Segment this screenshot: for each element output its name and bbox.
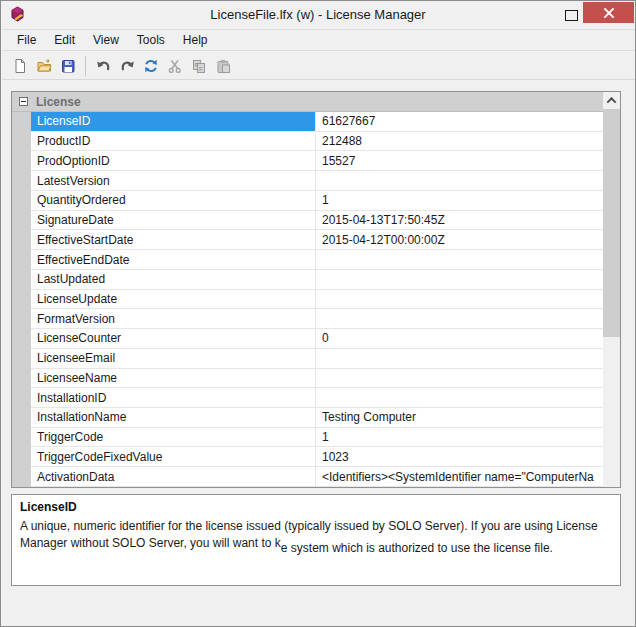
table-row[interactable]: LatestVersion (12, 171, 603, 191)
property-name[interactable]: TriggerCodeFixedValue (31, 447, 316, 467)
property-value[interactable] (316, 270, 603, 290)
cut-button[interactable] (164, 55, 186, 77)
property-name[interactable]: LicenseUpdate (31, 290, 316, 310)
property-name[interactable]: ProdOptionID (31, 151, 316, 171)
minimize-button[interactable] (528, 5, 555, 25)
property-name[interactable]: LicenseCounter (31, 329, 316, 349)
property-value[interactable]: 1023 (316, 447, 603, 467)
new-file-button[interactable] (9, 55, 31, 77)
table-row[interactable]: ActivationData<Identifiers><SystemIdenti… (12, 467, 603, 487)
property-value[interactable] (316, 349, 603, 369)
row-gutter (12, 250, 31, 270)
scrollbar-thumb[interactable] (603, 109, 620, 337)
refresh-button[interactable] (140, 55, 162, 77)
property-value[interactable]: 2015-04-13T17:50:45Z (316, 211, 603, 231)
property-value[interactable]: 15527 (316, 151, 603, 171)
property-value[interactable] (316, 309, 603, 329)
description-line-2: Manager without SOLO Server, you will wa… (20, 535, 612, 552)
property-name[interactable]: LicenseeEmail (31, 349, 316, 369)
property-name[interactable]: LatestVersion (31, 171, 316, 191)
scrollbar-track[interactable] (603, 337, 620, 487)
property-value[interactable] (316, 250, 603, 270)
property-grid: License LicenseID61627667ProductID212488… (11, 91, 621, 488)
close-button[interactable] (583, 2, 634, 23)
property-name[interactable]: SignatureDate (31, 211, 316, 231)
property-name[interactable]: EffectiveStartDate (31, 230, 316, 250)
row-gutter (12, 388, 31, 408)
license-manager-window: LicenseFile.lfx (w) - License Manager Fi… (0, 0, 636, 627)
menu-file[interactable]: File (8, 30, 45, 50)
redo-icon (119, 58, 136, 74)
open-file-icon (36, 58, 52, 74)
open-file-button[interactable] (33, 55, 55, 77)
row-gutter (12, 191, 31, 211)
property-name[interactable]: FormatVersion (31, 309, 316, 329)
table-row[interactable]: FormatVersion (12, 309, 603, 329)
menu-view[interactable]: View (84, 30, 128, 50)
copy-icon: F F (191, 58, 207, 74)
property-value[interactable]: 61627667 (316, 112, 603, 132)
table-row[interactable]: EffectiveEndDate (12, 250, 603, 270)
undo-button[interactable] (92, 55, 114, 77)
row-gutter (12, 230, 31, 250)
property-value[interactable]: <Identifiers><SystemIdentifier name="Com… (316, 467, 603, 487)
table-row[interactable]: InstallationID (12, 388, 603, 408)
group-header-license[interactable]: License (12, 92, 603, 112)
property-name[interactable]: TriggerCode (31, 428, 316, 448)
property-name[interactable]: ActivationData (31, 467, 316, 487)
table-row[interactable]: ProductID212488 (12, 132, 603, 152)
table-row[interactable]: EffectiveStartDate2015-04-12T00:00:00Z (12, 230, 603, 250)
property-name[interactable]: QuantityOrdered (31, 191, 316, 211)
table-row[interactable]: LicenseeName (12, 369, 603, 389)
save-file-icon (60, 58, 76, 74)
table-row[interactable]: LastUpdated (12, 270, 603, 290)
table-row[interactable]: InstallationNameTesting Computer (12, 408, 603, 428)
vertical-scrollbar[interactable] (603, 92, 620, 487)
property-name[interactable]: LicenseID (31, 112, 316, 132)
property-value[interactable] (316, 388, 603, 408)
property-grid-main: License LicenseID61627667ProductID212488… (12, 92, 603, 487)
table-row[interactable]: LicenseID61627667 (12, 112, 603, 132)
maximize-button[interactable] (565, 10, 578, 21)
row-gutter (12, 211, 31, 231)
property-name[interactable]: ProductID (31, 132, 316, 152)
copy-button[interactable]: F F (188, 55, 210, 77)
new-file-icon (12, 58, 28, 74)
table-row[interactable]: LicenseCounter0 (12, 329, 603, 349)
paste-button[interactable] (212, 55, 234, 77)
property-value[interactable] (316, 290, 603, 310)
property-value[interactable]: Testing Computer (316, 408, 603, 428)
row-gutter (12, 408, 31, 428)
property-name[interactable]: InstallationName (31, 408, 316, 428)
undo-icon (95, 58, 112, 74)
property-name[interactable]: InstallationID (31, 388, 316, 408)
row-gutter (12, 329, 31, 349)
table-row[interactable]: LicenseeEmail (12, 349, 603, 369)
toolbar: F F (2, 52, 636, 80)
property-value[interactable]: 2015-04-12T00:00:00Z (316, 230, 603, 250)
property-value[interactable] (316, 171, 603, 191)
property-value[interactable]: 1 (316, 428, 603, 448)
collapse-expander-icon[interactable] (19, 97, 28, 106)
property-value[interactable]: 212488 (316, 132, 603, 152)
save-file-button[interactable] (57, 55, 79, 77)
row-gutter (12, 290, 31, 310)
table-row[interactable]: TriggerCode1 (12, 428, 603, 448)
property-name[interactable]: LastUpdated (31, 270, 316, 290)
property-name[interactable]: EffectiveEndDate (31, 250, 316, 270)
property-value[interactable]: 1 (316, 191, 603, 211)
menu-help[interactable]: Help (174, 30, 217, 50)
table-row[interactable]: TriggerCodeFixedValue1023 (12, 447, 603, 467)
menu-edit[interactable]: Edit (45, 30, 84, 50)
scroll-up-button[interactable] (603, 92, 620, 109)
menu-tools[interactable]: Tools (128, 30, 174, 50)
property-value[interactable] (316, 369, 603, 389)
overlapping-glitch-text: e system which is authorized to use the … (281, 541, 553, 555)
property-name[interactable]: LicenseeName (31, 369, 316, 389)
table-row[interactable]: LicenseUpdate (12, 290, 603, 310)
table-row[interactable]: QuantityOrdered1 (12, 191, 603, 211)
table-row[interactable]: SignatureDate2015-04-13T17:50:45Z (12, 211, 603, 231)
table-row[interactable]: ProdOptionID15527 (12, 151, 603, 171)
redo-button[interactable] (116, 55, 138, 77)
property-value[interactable]: 0 (316, 329, 603, 349)
